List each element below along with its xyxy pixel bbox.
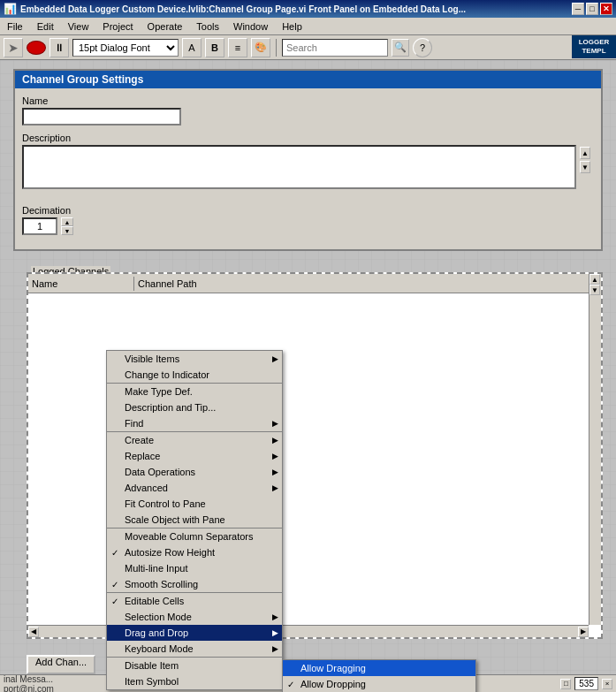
ctx-make-type-def[interactable]: Make Type Def.	[107, 383, 282, 399]
menu-edit[interactable]: Edit	[34, 19, 57, 34]
data-operations-arrow: ▶	[272, 468, 278, 476]
description-input[interactable]	[22, 145, 576, 189]
ctx-change-indicator[interactable]: Change to Indicator	[107, 367, 282, 383]
menu-tools[interactable]: Tools	[193, 19, 223, 34]
name-input[interactable]	[22, 108, 181, 125]
desc-scroll-up[interactable]: ▲	[580, 147, 590, 159]
color-btn[interactable]: 🎨	[251, 38, 270, 57]
keyboard-mode-arrow: ▶	[272, 644, 278, 653]
visible-items-label: Visible Items	[125, 354, 179, 364]
app-icon: 📊	[4, 3, 17, 15]
find-arrow: ▶	[272, 419, 278, 428]
settings-body: Name Description ▲ ▼ Decimation 1 ▲ ▼	[15, 88, 601, 249]
title-bar: 📊 Embedded Data Logger Custom Device.lvl…	[0, 0, 616, 18]
keyboard-mode-label: Keyboard Mode	[125, 643, 194, 654]
ctx-item-symbol[interactable]: Item Symbol	[107, 673, 282, 689]
advanced-label: Advanced	[125, 483, 168, 493]
status-position: 535	[574, 677, 598, 690]
minimize-button[interactable]: ─	[572, 3, 584, 15]
ctx-selection-mode[interactable]: Selection Mode ▶	[107, 609, 282, 625]
menu-operate[interactable]: Operate	[144, 19, 186, 34]
ctx-smooth-scroll[interactable]: ✓ Smooth Scrolling	[107, 576, 282, 592]
bold-btn[interactable]: B	[205, 38, 224, 57]
ctx-drag-drop[interactable]: Drag and Drop ▶	[107, 625, 282, 641]
submenu-allow-dropping[interactable]: ✓ Allow Dropping	[283, 676, 475, 692]
ctx-moveable-cols[interactable]: Moveable Column Separators	[107, 528, 282, 544]
text-size-btn[interactable]: A	[182, 38, 202, 57]
ctx-replace[interactable]: Replace ▶	[107, 448, 282, 464]
ctx-fit-control[interactable]: Fit Control to Pane	[107, 496, 282, 512]
help-button[interactable]: ?	[413, 38, 432, 57]
create-arrow: ▶	[272, 436, 278, 445]
ctx-autosize-row[interactable]: ✓ Autosize Row Height	[107, 544, 282, 560]
drag-drop-label: Drag and Drop	[125, 627, 188, 638]
replace-label: Replace	[125, 451, 160, 461]
ctx-disable-item[interactable]: Disable Item	[107, 657, 282, 673]
ctx-advanced[interactable]: Advanced ▶	[107, 480, 282, 496]
data-operations-label: Data Operations	[125, 467, 195, 477]
status-icon[interactable]: □	[560, 679, 571, 689]
disable-item-label: Disable Item	[125, 660, 179, 671]
pause-button[interactable]: ⏸	[49, 38, 69, 57]
menu-view[interactable]: View	[65, 19, 93, 34]
toolbar: ➤ ⏸ 15pt Dialog Font A B ≡ 🎨 🔍 ? LOGGER …	[0, 35, 616, 60]
description-label: Description	[22, 133, 594, 143]
scroll-left-btn[interactable]: ◀	[28, 627, 39, 637]
close-button[interactable]: ✕	[600, 3, 612, 15]
col-name-header: Name	[28, 277, 134, 291]
ctx-data-operations[interactable]: Data Operations ▶	[107, 464, 282, 480]
scroll-down-btn[interactable]: ▼	[589, 285, 600, 295]
decimation-value[interactable]: 1	[22, 217, 57, 235]
status-right: □ 535 ×	[560, 677, 612, 690]
decimation-down[interactable]: ▼	[61, 226, 73, 235]
font-selector[interactable]: 15pt Dialog Font	[72, 39, 179, 57]
drag-drop-submenu: Allow Dragging ✓ Allow Dropping Allow Dr…	[282, 659, 476, 692]
menu-window[interactable]: Window	[230, 19, 271, 34]
scroll-up-btn[interactable]: ▲	[589, 274, 600, 285]
scale-object-label: Scale Object with Pane	[125, 514, 225, 525]
add-channel-button[interactable]: Add Chan...	[27, 655, 95, 674]
submenu-allow-dragging[interactable]: Allow Dragging	[283, 660, 475, 676]
status-expand[interactable]: ×	[602, 679, 612, 689]
ctx-keyboard-mode[interactable]: Keyboard Mode ▶	[107, 641, 282, 657]
replace-arrow: ▶	[272, 452, 278, 460]
channels-header: Name Channel Path	[28, 274, 601, 293]
item-symbol-label: Item Symbol	[125, 676, 179, 687]
change-indicator-label: Change to Indicator	[125, 369, 209, 380]
search-button[interactable]: 🔍	[392, 39, 409, 57]
window-controls: ─ □ ✕	[572, 3, 612, 15]
ctx-scale-object[interactable]: Scale Object with Pane	[107, 512, 282, 528]
create-label: Create	[125, 435, 154, 445]
search-input[interactable]	[282, 39, 388, 57]
maximize-button[interactable]: □	[586, 3, 598, 15]
smooth-scroll-label: Smooth Scrolling	[125, 579, 198, 589]
multi-line-label: Multi-line Input	[125, 563, 188, 574]
ctx-editable-cells[interactable]: ✓ Editable Cells	[107, 592, 282, 609]
drag-drop-arrow: ▶	[272, 628, 278, 637]
window-title: Embedded Data Logger Custom Device.lvlib…	[20, 4, 466, 14]
ctx-find[interactable]: Find ▶	[107, 415, 282, 431]
abort-button[interactable]	[27, 41, 46, 55]
decimation-up[interactable]: ▲	[61, 217, 73, 226]
ctx-visible-items[interactable]: Visible Items ▶	[107, 351, 282, 367]
menu-file[interactable]: File	[4, 19, 27, 34]
selection-mode-label: Selection Mode	[125, 612, 192, 622]
advanced-arrow: ▶	[272, 483, 278, 492]
menu-project[interactable]: Project	[99, 19, 136, 34]
moveable-cols-label: Moveable Column Separators	[125, 531, 254, 542]
menu-bar: File Edit View Project Operate Tools Win…	[0, 18, 616, 35]
run-arrow-button[interactable]: ➤	[4, 38, 23, 57]
desc-scroll-down[interactable]: ▼	[580, 161, 590, 173]
channels-scrollbar-v[interactable]: ▲ ▼	[589, 274, 601, 625]
status-text: inal Messa...port@ni.com	[4, 674, 54, 693]
editable-cells-label: Editable Cells	[125, 596, 184, 606]
scroll-right-btn[interactable]: ▶	[578, 627, 589, 637]
align-btn[interactable]: ≡	[228, 38, 247, 57]
ctx-desc-tip[interactable]: Description and Tip...	[107, 399, 282, 415]
autosize-check: ✓	[111, 548, 118, 558]
menu-help[interactable]: Help	[278, 19, 306, 34]
ctx-multi-line[interactable]: Multi-line Input	[107, 560, 282, 576]
decimation-label: Decimation	[22, 205, 594, 216]
allow-dragging-label: Allow Dragging	[300, 663, 366, 673]
ctx-create[interactable]: Create ▶	[107, 431, 282, 448]
